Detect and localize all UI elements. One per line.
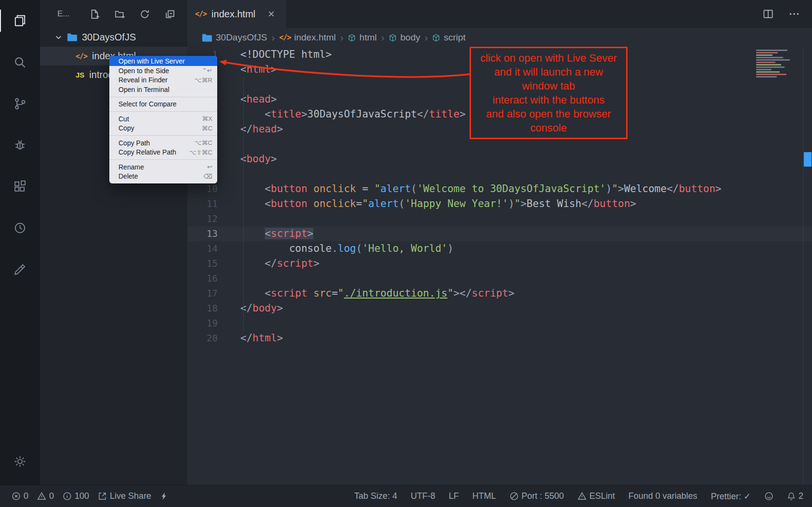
line-number[interactable]: 11 bbox=[187, 196, 218, 211]
chevron-down-icon[interactable] bbox=[54, 33, 63, 41]
menu-item-delete[interactable]: Delete⌫ bbox=[109, 172, 217, 182]
edit-button[interactable] bbox=[0, 248, 40, 290]
minimap[interactable] bbox=[756, 50, 799, 78]
tab-label: index.html bbox=[211, 9, 255, 20]
status-label: Prettier: ✓ bbox=[711, 491, 751, 502]
menu-item-copy-path[interactable]: Copy Path⌥⌘C bbox=[109, 138, 217, 148]
eslint-status[interactable]: ESLint bbox=[577, 491, 615, 501]
line-number[interactable]: 17 bbox=[187, 286, 218, 301]
tree-folder-label: 30DaysOfJS bbox=[82, 32, 136, 43]
menu-item-copy[interactable]: Copy⌘C bbox=[109, 124, 217, 133]
line-number[interactable]: 18 bbox=[187, 301, 218, 316]
breadcrumb-item-body[interactable]: body bbox=[389, 32, 420, 43]
status-label: ESLint bbox=[589, 491, 615, 501]
code-text: </html> bbox=[218, 331, 283, 346]
encoding-indicator[interactable]: UTF-8 bbox=[411, 491, 435, 501]
history-button[interactable] bbox=[0, 207, 40, 248]
menu-item-shortcut: ⌥⇧⌘C bbox=[189, 149, 212, 156]
variables-indicator[interactable]: Found 0 variables bbox=[629, 491, 697, 501]
breadcrumb-item-30DaysOfJS[interactable]: 30DaysOfJS bbox=[202, 32, 267, 43]
breadcrumb-label: index.html bbox=[294, 32, 336, 43]
menu-item-open-in-terminal[interactable]: Open in Terminal bbox=[109, 85, 217, 94]
breadcrumb-item-index.html[interactable]: </>index.html bbox=[279, 32, 336, 43]
menu-item-copy-relative-path[interactable]: Copy Relative Path⌥⇧⌘C bbox=[109, 148, 217, 157]
files-button[interactable] bbox=[0, 0, 40, 41]
line-number[interactable]: 12 bbox=[187, 211, 218, 226]
html-file-icon: </> bbox=[279, 33, 291, 42]
menu-item-cut[interactable]: Cut⌘X bbox=[109, 114, 217, 124]
html-file-icon: </> bbox=[195, 10, 207, 18]
menu-item-select-for-compare[interactable]: Select for Compare bbox=[109, 100, 217, 109]
search-button[interactable] bbox=[0, 41, 40, 83]
code-text bbox=[218, 211, 240, 226]
line-number[interactable]: 15 bbox=[187, 256, 218, 271]
code-line: 20</html> bbox=[187, 331, 812, 346]
line-number[interactable]: 16 bbox=[187, 271, 218, 286]
line-number[interactable]: 14 bbox=[187, 241, 218, 256]
close-icon[interactable]: × bbox=[268, 8, 275, 20]
code-line: 11 <button onclick="alert('Happy New Yea… bbox=[187, 196, 812, 211]
split-editor-icon[interactable] bbox=[762, 8, 774, 20]
code-text bbox=[218, 77, 240, 92]
tab-index-html[interactable]: </> index.html × bbox=[187, 0, 286, 28]
new-file-icon[interactable] bbox=[90, 9, 100, 19]
settings-gear-button[interactable] bbox=[0, 442, 40, 481]
breadcrumb-label: body bbox=[400, 32, 420, 43]
line-number[interactable]: 10 bbox=[187, 182, 218, 196]
feedback-smiley[interactable] bbox=[764, 492, 773, 501]
notifications-bell[interactable]: 2 bbox=[787, 491, 803, 501]
refresh-icon[interactable] bbox=[140, 9, 150, 19]
prettier-status[interactable]: Prettier: ✓ bbox=[711, 491, 751, 502]
line-number[interactable]: 13 bbox=[187, 226, 218, 241]
smiley-icon bbox=[764, 492, 773, 501]
lightning-icon bbox=[160, 492, 168, 501]
language-mode-indicator[interactable]: HTML bbox=[472, 491, 496, 501]
tab-size-indicator[interactable]: Tab Size: 4 bbox=[354, 491, 397, 501]
code-text bbox=[218, 137, 240, 152]
eol-indicator[interactable]: LF bbox=[449, 491, 459, 501]
code-text: </body> bbox=[218, 301, 283, 316]
errors-indicator[interactable]: 0 bbox=[12, 491, 28, 501]
live-server-port[interactable]: Port : 5500 bbox=[510, 491, 564, 501]
tree-item-root-folder[interactable]: 30DaysOfJS bbox=[40, 28, 187, 47]
annotation-box: click on open with Live Severand it will… bbox=[470, 47, 628, 139]
line-number[interactable]: 19 bbox=[187, 316, 218, 331]
quick-actions-button[interactable] bbox=[160, 492, 168, 501]
explorer-header: E... bbox=[40, 0, 187, 28]
menu-item-reveal-in-finder[interactable]: Reveal in Finder⌥⌘R bbox=[109, 76, 217, 85]
status-label: 2 bbox=[799, 491, 803, 501]
extensions-button[interactable] bbox=[0, 166, 40, 207]
new-folder-icon[interactable] bbox=[115, 9, 125, 19]
menu-item-open-with-live-server[interactable]: Open with Live Server bbox=[109, 56, 217, 66]
code-text: </head> bbox=[218, 122, 283, 137]
collapse-all-icon[interactable] bbox=[165, 9, 175, 19]
scrollbar[interactable] bbox=[803, 47, 812, 485]
live-share-button[interactable]: Live Share bbox=[98, 491, 151, 501]
port-icon bbox=[510, 492, 519, 501]
menu-item-open-to-the-side[interactable]: Open to the Side⌃↵ bbox=[109, 66, 217, 76]
more-actions-icon[interactable] bbox=[788, 8, 800, 20]
status-label: Port : 5500 bbox=[522, 491, 564, 501]
menu-separator bbox=[109, 97, 217, 97]
warning-icon bbox=[37, 492, 46, 501]
debug-button[interactable] bbox=[0, 124, 40, 166]
files-icon bbox=[13, 13, 27, 28]
status-label: Found 0 variables bbox=[629, 491, 697, 501]
warnings-indicator[interactable]: 0 bbox=[37, 491, 54, 501]
code-line: 8<body> bbox=[187, 152, 812, 167]
code-line: 16 bbox=[187, 271, 812, 286]
menu-item-label: Select for Compare bbox=[118, 100, 177, 108]
code-text bbox=[218, 316, 240, 331]
tab-bar: </> index.html × bbox=[187, 0, 812, 28]
code-line: 13 <script> bbox=[187, 226, 812, 241]
breadcrumb-item-html[interactable]: html bbox=[348, 32, 377, 43]
breadcrumb-separator: › bbox=[340, 32, 343, 43]
menu-item-rename[interactable]: Rename↩ bbox=[109, 162, 217, 172]
breadcrumb-item-script[interactable]: script bbox=[432, 32, 465, 43]
source-control-button[interactable] bbox=[0, 83, 40, 124]
code-text bbox=[218, 271, 240, 286]
debug-icon bbox=[13, 138, 27, 153]
menu-item-label: Copy bbox=[118, 124, 134, 132]
info-indicator[interactable]: 100 bbox=[63, 491, 89, 501]
line-number[interactable]: 20 bbox=[187, 331, 218, 346]
